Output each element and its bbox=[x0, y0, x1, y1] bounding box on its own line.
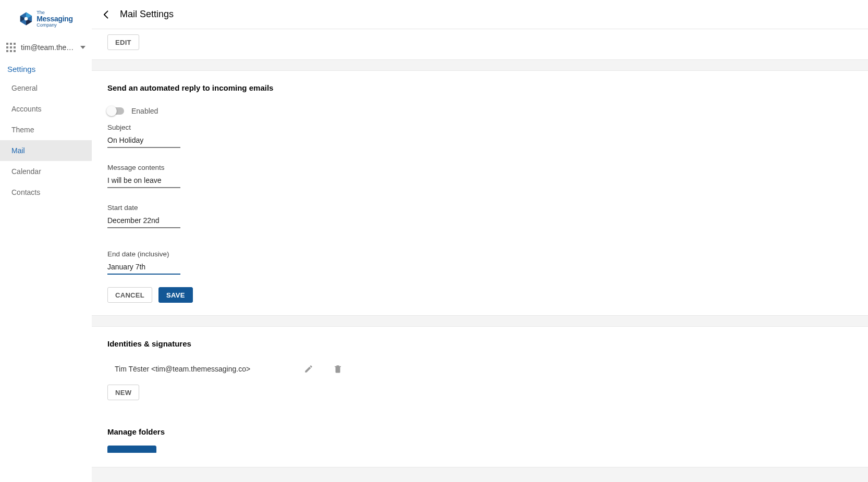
svg-rect-9 bbox=[10, 46, 12, 48]
svg-rect-10 bbox=[14, 46, 16, 48]
sidebar-item-calendar[interactable]: Calendar bbox=[0, 161, 92, 182]
sidebar-item-theme[interactable]: Theme bbox=[0, 119, 92, 140]
identity-row: Tim Tëster <tim@team.themessaging.co> bbox=[107, 356, 852, 385]
apps-grid-icon bbox=[6, 43, 16, 52]
enabled-label: Enabled bbox=[131, 107, 158, 115]
start-date-input[interactable] bbox=[107, 215, 180, 228]
message-input[interactable] bbox=[107, 175, 180, 188]
account-selector[interactable]: tim@team.the… bbox=[0, 38, 92, 57]
svg-rect-12 bbox=[10, 50, 12, 52]
auto-reply-title: Send an automated reply to incoming emai… bbox=[107, 71, 852, 101]
svg-rect-8 bbox=[6, 46, 8, 48]
identity-text: Tim Tëster <tim@team.themessaging.co> bbox=[115, 365, 287, 373]
panel-top-cutoff: EDIT bbox=[92, 29, 868, 60]
logo-icon bbox=[19, 11, 33, 26]
chevron-left-icon bbox=[101, 9, 112, 20]
page-header: Mail Settings bbox=[92, 0, 868, 29]
edit-button[interactable]: EDIT bbox=[107, 34, 139, 50]
svg-point-4 bbox=[25, 17, 28, 21]
panel-auto-reply: Send an automated reply to incoming emai… bbox=[92, 70, 868, 316]
page-title: Mail Settings bbox=[120, 9, 174, 20]
svg-rect-11 bbox=[6, 50, 8, 52]
settings-heading: Settings bbox=[0, 57, 92, 78]
svg-rect-5 bbox=[6, 43, 8, 45]
svg-rect-13 bbox=[14, 50, 16, 52]
account-email: tim@team.the… bbox=[21, 43, 75, 52]
content-scroll[interactable]: EDIT Send an automated reply to incoming… bbox=[92, 29, 868, 482]
enabled-toggle[interactable] bbox=[107, 107, 124, 115]
trash-icon bbox=[333, 364, 343, 374]
logo: The Messaging Company bbox=[0, 0, 92, 38]
pencil-icon bbox=[304, 364, 313, 374]
end-date-input[interactable] bbox=[107, 261, 180, 275]
sidebar-item-mail[interactable]: Mail bbox=[0, 140, 92, 161]
identities-title: Identities & signatures bbox=[107, 327, 852, 356]
svg-rect-7 bbox=[14, 43, 16, 45]
cancel-button[interactable]: CANCEL bbox=[107, 287, 152, 303]
panel-identities: Identities & signatures Tim Tëster <tim@… bbox=[92, 326, 868, 467]
manage-folders-title: Manage folders bbox=[107, 415, 852, 440]
new-identity-button[interactable]: NEW bbox=[107, 385, 139, 400]
message-label: Message contents bbox=[107, 164, 285, 171]
sidebar-item-contacts[interactable]: Contacts bbox=[0, 182, 92, 203]
chevron-down-icon bbox=[80, 45, 85, 50]
end-date-label: End date (inclusive) bbox=[107, 250, 285, 258]
save-button[interactable]: SAVE bbox=[158, 287, 193, 303]
manage-folders-button-cutoff[interactable] bbox=[107, 446, 156, 453]
back-button[interactable] bbox=[98, 6, 115, 23]
subject-label: Subject bbox=[107, 123, 285, 131]
sidebar: The Messaging Company tim@team.the… Sett… bbox=[0, 0, 92, 482]
logo-text-messaging: Messaging bbox=[36, 15, 73, 22]
subject-input[interactable] bbox=[107, 134, 180, 148]
edit-identity-button[interactable] bbox=[301, 362, 316, 376]
svg-rect-6 bbox=[10, 43, 12, 45]
start-date-label: Start date bbox=[107, 204, 285, 212]
delete-identity-button[interactable] bbox=[331, 362, 345, 376]
logo-text-company: Company bbox=[36, 22, 73, 28]
sidebar-item-general[interactable]: General bbox=[0, 78, 92, 98]
sidebar-item-accounts[interactable]: Accounts bbox=[0, 98, 92, 119]
